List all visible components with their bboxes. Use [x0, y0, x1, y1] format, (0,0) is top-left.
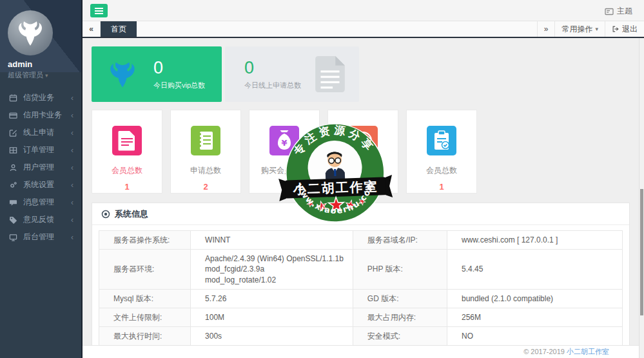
- info-label: 安全模式:: [353, 327, 447, 345]
- stat-label: 充值总额: [328, 165, 398, 176]
- sidebar-item-credit-business[interactable]: 信贷业务‹: [0, 89, 81, 106]
- info-label: 服务器环境:: [99, 250, 191, 290]
- info-label: 文件上传限制:: [99, 308, 191, 326]
- stat-value: [249, 182, 319, 191]
- sidebar-toggle-button[interactable]: [90, 4, 108, 17]
- credit-card-icon: [9, 111, 17, 120]
- calendar-icon: [9, 94, 17, 103]
- table-row: 文件上传限制: 100M 最大占用内存: 256M: [99, 308, 623, 326]
- table-icon: [9, 146, 17, 155]
- chevron-left-icon: ‹: [71, 146, 73, 155]
- studio-link[interactable]: 小二胡工作室: [567, 348, 609, 355]
- online-applications-value: 0: [244, 58, 315, 78]
- info-label: PHP 版本:: [353, 250, 447, 290]
- tabbar-actions: » 常用操作 ▾ 退出: [537, 21, 644, 37]
- sidebar-menu: 信贷业务‹ 信用卡业务‹ 线上申请‹ 订单管理‹ 用户管理‹ 系统设置‹ 消息管…: [0, 89, 81, 246]
- caret-down-icon: ▾: [595, 26, 598, 32]
- theme-button[interactable]: 主题: [605, 6, 632, 17]
- stat-label: 会员总数: [407, 165, 476, 176]
- info-value: 5.4.45: [447, 250, 622, 290]
- sidebar-item-label: 消息管理: [23, 197, 71, 208]
- vip-purchases-card: 0 今日购买vip总数: [92, 46, 222, 102]
- system-info-panel: 系统信息 服务器操作系统: WINNT 服务器域名/IP: www.ceshi.…: [92, 203, 630, 345]
- scrollbar-thumb[interactable]: [640, 189, 643, 315]
- sidebar-item-message-management[interactable]: 消息管理‹: [0, 194, 81, 211]
- sidebar-item-user-management[interactable]: 用户管理‹: [0, 159, 81, 176]
- role-dropdown[interactable]: 超级管理员 ▾: [8, 70, 81, 80]
- online-applications-label: 今日线上申请总数: [244, 81, 315, 90]
- bullseye-icon: [101, 210, 110, 219]
- info-label: Mysql 版本:: [99, 289, 191, 308]
- role-label: 超级管理员: [8, 71, 43, 79]
- info-value: Apache/2.4.39 (Win64) OpenSSL/1.1.1b mod…: [191, 250, 353, 290]
- info-label: 服务器域名/IP:: [353, 231, 447, 250]
- chevron-left-icon: ‹: [71, 163, 73, 172]
- tabs-scroll-right-button[interactable]: »: [537, 21, 555, 37]
- document-icon: [117, 130, 137, 151]
- bull-logo-icon: [14, 16, 47, 50]
- topbar: 主题: [83, 0, 644, 21]
- chevron-left-icon: ‹: [71, 233, 73, 242]
- footer: © 2017-2019 小二胡工作室: [83, 345, 639, 358]
- vip-purchases-label: 今日购买vip总数: [153, 81, 205, 90]
- logout-button[interactable]: 退出: [605, 21, 644, 37]
- chevron-left-icon: ‹: [71, 111, 73, 120]
- tabs-scroll-left-button[interactable]: «: [83, 21, 101, 37]
- sidebar-user-panel: admin 超级管理员 ▾: [0, 0, 81, 72]
- stat-card-applications-total[interactable]: 申请总数 2: [170, 110, 241, 194]
- sidebar-item-label: 线上申请: [23, 127, 71, 138]
- system-info-header: 系统信息: [92, 203, 629, 225]
- stat-card-recharge-total[interactable]: ¥ 充值总额: [327, 110, 398, 194]
- chevron-left-icon: ‹: [71, 128, 73, 137]
- logout-label: 退出: [622, 24, 638, 35]
- bull-icon: [102, 57, 142, 92]
- sidebar-item-label: 系统设置: [23, 179, 71, 190]
- coin-icon: ¥: [353, 130, 373, 151]
- gears-icon: [9, 181, 17, 190]
- file-icon: [315, 56, 345, 92]
- scrollbar-track[interactable]: [639, 38, 644, 358]
- sidebar-item-online-apply[interactable]: 线上申请‹: [0, 124, 81, 141]
- sidebar-item-label: 订单管理: [23, 144, 71, 155]
- svg-text:¥: ¥: [360, 137, 366, 146]
- sidebar: admin 超级管理员 ▾ 信贷业务‹ 信用卡业务‹ 线上申请‹ 订单管理‹ 用…: [0, 0, 83, 358]
- stat-card-members-total-2[interactable]: 会员总数 1: [406, 110, 477, 194]
- sidebar-item-feedback[interactable]: 意见反馈‹: [0, 211, 81, 228]
- info-value: www.ceshi.com [ 127.0.0.1 ]: [447, 231, 622, 250]
- sidebar-item-system-settings[interactable]: 系统设置‹: [0, 176, 81, 194]
- sidebar-item-order-management[interactable]: 订单管理‹: [0, 141, 81, 159]
- sidebar-item-credit-card-business[interactable]: 信用卡业务‹: [0, 106, 81, 124]
- sidebar-item-label: 信用卡业务: [23, 110, 71, 121]
- notebook-icon: [196, 130, 215, 151]
- copyright-text: © 2017-2019: [523, 348, 567, 355]
- info-label: 最大执行时间:: [99, 327, 191, 345]
- theme-icon: [605, 8, 614, 15]
- common-operations-dropdown[interactable]: 常用操作 ▾: [554, 21, 605, 37]
- stat-card-members-total[interactable]: 会员总数 1: [92, 110, 162, 194]
- chevron-left-icon: ‹: [71, 198, 73, 207]
- sidebar-item-backend-management[interactable]: 后台管理‹: [0, 228, 81, 246]
- system-info-table: 服务器操作系统: WINNT 服务器域名/IP: www.ceshi.com […: [99, 230, 623, 345]
- tag-icon: [9, 215, 17, 224]
- tab-bar: « 首页 » 常用操作 ▾ 退出: [83, 21, 644, 38]
- stat-label: 会员总数: [92, 165, 162, 176]
- stat-value: 1: [92, 182, 162, 192]
- info-value: WINNT: [191, 231, 353, 250]
- stat-label: 购买会员总数: [249, 165, 319, 176]
- tab-home-label: 首页: [111, 24, 126, 35]
- page-content: 0 今日购买vip总数 0 今日线上申请总数 会员总数: [83, 38, 639, 345]
- double-chevron-right-icon: »: [544, 25, 549, 34]
- edit-icon: [9, 128, 17, 137]
- stat-card-vip-purchase-total[interactable]: ¥ 购买会员总数: [249, 110, 320, 194]
- info-value: 100M: [191, 308, 353, 326]
- svg-text:¥: ¥: [281, 138, 287, 148]
- moneybag-icon: ¥: [275, 130, 294, 151]
- main-area: 主题 « 首页 » 常用操作 ▾ 退出: [83, 0, 644, 358]
- online-applications-card: 0 今日线上申请总数: [225, 46, 359, 102]
- double-chevron-left-icon: «: [89, 25, 93, 34]
- stat-value: [328, 182, 398, 191]
- info-value: 256M: [447, 308, 622, 326]
- avatar: [8, 10, 53, 55]
- tab-home[interactable]: 首页: [101, 21, 137, 37]
- chevron-left-icon: ‹: [71, 181, 73, 190]
